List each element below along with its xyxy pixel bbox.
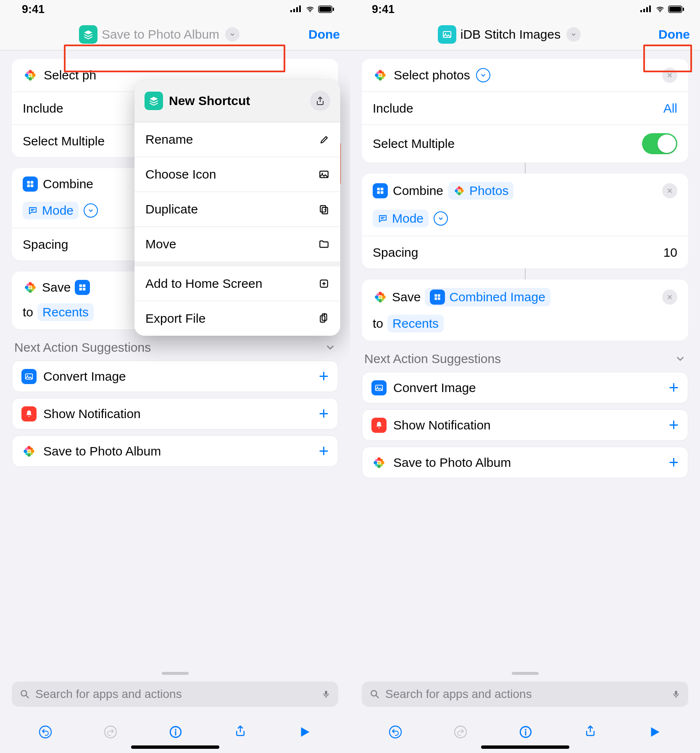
share-button[interactable] <box>234 724 247 740</box>
undo-button[interactable] <box>38 725 53 739</box>
suggestion-convert-image[interactable]: Convert Image + <box>362 372 688 403</box>
select-multiple-row: Select Multiple <box>362 124 688 163</box>
plus-square-icon <box>318 278 329 289</box>
export-row[interactable]: Export File <box>134 301 340 336</box>
chevron-down-icon[interactable] <box>84 203 98 218</box>
recents-pill[interactable]: Recents <box>387 315 444 332</box>
choose-icon-row[interactable]: Choose Icon <box>134 157 340 192</box>
move-row[interactable]: Move <box>134 226 340 261</box>
search-input[interactable]: Search for apps and actions <box>362 682 688 707</box>
done-button[interactable]: Done <box>308 27 340 42</box>
svg-rect-34 <box>640 10 642 12</box>
svg-point-32 <box>39 726 51 738</box>
combined-image-pill[interactable]: Combined Image <box>425 288 550 306</box>
svg-rect-31 <box>333 8 334 11</box>
folder-icon <box>318 239 329 250</box>
suggestion-convert-image[interactable]: Convert Image + <box>12 361 338 392</box>
info-button[interactable] <box>518 725 533 739</box>
close-icon[interactable] <box>662 290 677 305</box>
plus-icon: + <box>669 416 679 434</box>
mic-icon[interactable] <box>671 688 681 700</box>
status-time: 9:41 <box>372 3 395 16</box>
status-time: 9:41 <box>22 3 45 16</box>
photos-app-icon <box>371 455 387 470</box>
plus-icon: + <box>319 367 329 386</box>
chevron-down-icon <box>325 342 336 353</box>
image-icon <box>21 369 37 384</box>
info-button[interactable] <box>168 725 183 739</box>
share-button[interactable] <box>584 724 597 740</box>
drag-handle[interactable] <box>512 672 539 675</box>
suggestion-save-photo-album[interactable]: Save to Photo Album + <box>12 436 338 466</box>
duplicate-row[interactable]: Duplicate <box>134 192 340 226</box>
chevron-down-icon <box>566 27 581 42</box>
duplicate-icon <box>318 204 329 215</box>
navbar: iDB Stitch Images Done <box>350 18 700 50</box>
action-select-photos: Select photos Include All Select Multipl… <box>362 59 688 163</box>
nav-title-button[interactable]: Save to Photo Album <box>79 25 239 44</box>
combine-header[interactable]: Combine Photos Mode <box>362 174 688 236</box>
run-button[interactable] <box>297 725 312 739</box>
plus-icon: + <box>319 404 329 423</box>
navbar: Save to Photo Album Done <box>0 18 350 50</box>
close-icon[interactable] <box>662 68 677 83</box>
done-button[interactable]: Done <box>658 27 690 42</box>
suggestion-show-notification[interactable]: Show Notification + <box>12 398 338 429</box>
grid-icon <box>23 176 38 192</box>
chevron-down-icon[interactable] <box>434 211 448 226</box>
nav-title: Save to Photo Album <box>102 27 219 42</box>
status-bar: 9:41 <box>0 0 350 18</box>
photos-app-icon <box>373 68 388 83</box>
spacing-row[interactable]: Spacing 10 <box>362 236 688 269</box>
photos-app-icon <box>23 280 38 295</box>
wifi-icon <box>305 5 316 13</box>
svg-point-33 <box>105 726 116 738</box>
cellular-icon <box>640 5 652 13</box>
share-button[interactable] <box>310 91 330 111</box>
suggestion-save-photo-album[interactable]: Save to Photo Album + <box>362 447 688 478</box>
rename-row[interactable]: Rename <box>134 122 340 157</box>
plus-icon: + <box>669 378 679 397</box>
connector <box>362 163 688 174</box>
add-home-row[interactable]: Add to Home Screen <box>134 266 340 301</box>
nav-title: iDB Stitch Images <box>461 27 561 42</box>
title-popover: New Shortcut Rename Choose Icon Duplicat… <box>134 80 340 336</box>
photos-pill[interactable]: Photos <box>448 182 513 200</box>
search-area: Search for apps and actions <box>350 668 700 711</box>
photos-app-icon <box>373 290 388 305</box>
close-icon[interactable] <box>662 183 677 198</box>
photos-app-icon <box>21 444 37 459</box>
plus-icon: + <box>669 453 679 472</box>
chevron-down-icon[interactable] <box>476 68 490 82</box>
save-row[interactable]: Save Combined Image to Recents <box>362 279 688 341</box>
suggestions-header[interactable]: Next Action Suggestions <box>12 340 338 361</box>
search-input[interactable]: Search for apps and actions <box>12 682 338 707</box>
mode-pill[interactable]: Mode <box>23 202 79 219</box>
wifi-icon <box>655 5 666 13</box>
search-area: Search for apps and actions <box>0 668 350 711</box>
run-button[interactable] <box>647 725 662 739</box>
shortcut-icon <box>79 25 97 44</box>
nav-title-button[interactable]: iDB Stitch Images <box>438 25 581 44</box>
search-placeholder: Search for apps and actions <box>385 687 666 701</box>
drag-handle[interactable] <box>162 672 189 675</box>
mic-icon[interactable] <box>321 688 331 700</box>
suggestions-header[interactable]: Next Action Suggestions <box>362 352 688 372</box>
redo-button <box>103 725 118 739</box>
svg-rect-39 <box>669 7 681 12</box>
svg-point-41 <box>389 726 401 738</box>
cellular-icon <box>290 5 302 13</box>
home-indicator <box>131 745 219 749</box>
mode-pill[interactable]: Mode <box>373 210 429 227</box>
battery-icon <box>318 5 335 13</box>
action-header[interactable]: Select photos <box>362 59 688 92</box>
include-row[interactable]: Include All <box>362 92 688 124</box>
suggestion-show-notification[interactable]: Show Notification + <box>362 410 688 440</box>
plus-icon: + <box>319 442 329 461</box>
svg-point-42 <box>455 726 466 738</box>
grid-icon <box>75 280 90 295</box>
select-multiple-switch[interactable] <box>642 133 677 154</box>
svg-rect-30 <box>319 7 331 12</box>
undo-button[interactable] <box>388 725 403 739</box>
recents-pill[interactable]: Recents <box>37 303 94 321</box>
